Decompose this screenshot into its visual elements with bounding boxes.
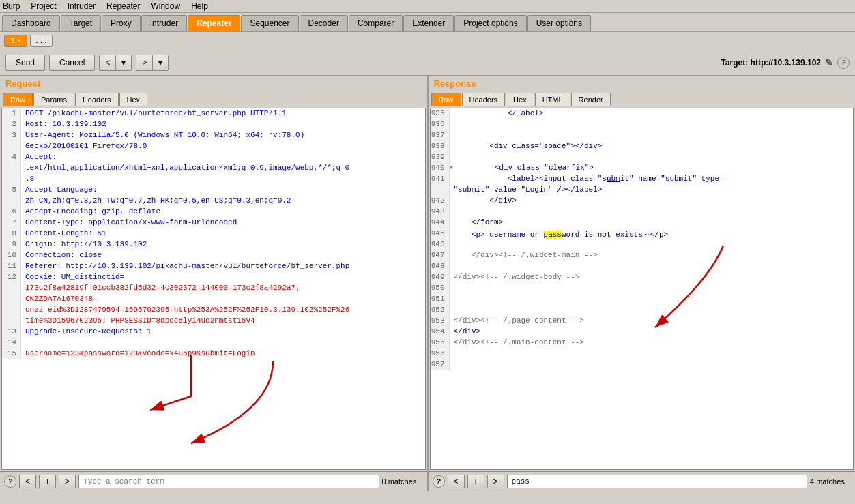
request-sub-tabs: Raw Params Headers Hex [0,91,427,106]
table-row: 13Upgrade-Insecure-Requests: 1 [2,327,425,338]
table-row: 3User-Agent: Mozilla/5.0 (Windows NT 10.… [2,130,425,141]
table-row: 4Accept: [2,152,425,163]
help-target-icon[interactable]: ? [837,57,850,69]
nav-fwd-dropdown[interactable]: ▾ [153,55,168,70]
main-content: Request Raw Params Headers Hex 1POST /pi… [0,76,855,491]
repeater-tab-bar: 3 × ... [0,32,855,50]
table-row: 944 </form> [431,218,854,228]
tab-comparer[interactable]: Comparer [349,15,403,31]
table-row: 173c2f8a42819f-01ccb382fd5d32-4c302372-1… [2,283,425,294]
response-tab-html[interactable]: HTML [535,93,570,106]
request-search-options[interactable]: > [59,475,76,488]
nav-back-button[interactable]: < [100,55,116,70]
response-search-options[interactable]: > [487,475,504,488]
table-row: 946 [431,239,854,250]
menu-help[interactable]: Help [191,1,208,11]
table-row: Gecko/20100101 Firefox/78.0 [2,141,425,152]
cancel-button[interactable]: Cancel [49,55,95,71]
response-matches-label: 4 matches [810,477,851,486]
repeater-tab-3-label: 3 [10,37,15,45]
menu-repeater[interactable]: Repeater [106,1,140,11]
response-panel: Response Raw Headers Hex HTML Render 935… [429,76,856,491]
tab-proxy[interactable]: Proxy [102,15,141,31]
target-info: Target: http://10.3.139.102 ✎ ? [721,57,850,69]
response-tab-headers[interactable]: Headers [462,93,506,106]
table-row: text/html,application/xhtml+xml,applicat… [2,163,425,174]
request-code-area[interactable]: 1POST /pikachu-master/vul/burteforce/bf_… [1,108,426,470]
request-tab-raw[interactable]: Raw [3,93,33,106]
table-row: 935 </label> [431,108,854,119]
response-search-bar: ? < + > 4 matches [429,471,856,491]
table-row: 8Content-Length: 51 [2,228,425,239]
request-tab-headers[interactable]: Headers [75,93,119,106]
table-row: 943 [431,207,854,218]
target-label: Target: http://10.3.139.102 [721,58,822,68]
nav-fwd-button[interactable]: > [136,55,153,70]
repeater-tab-3-close[interactable]: × [17,38,21,45]
table-row: "submit" value="Login" /></label> [431,185,854,196]
request-panel: Request Raw Params Headers Hex 1POST /pi… [0,76,429,491]
request-tab-params[interactable]: Params [33,93,74,106]
table-row: 954</div> [431,327,854,338]
tab-project-options[interactable]: Project options [454,15,526,31]
tab-dashboard[interactable]: Dashboard [2,15,60,31]
table-row: 937 [431,130,854,141]
table-row: 936 [431,119,854,130]
tab-extender[interactable]: Extender [403,15,454,31]
tab-intruder[interactable]: Intruder [141,15,187,31]
table-row: 950 [431,283,854,294]
table-row: 2Host: 10.3.139.102 [2,119,425,130]
table-row: CNZZDATA1670348= [2,294,425,305]
table-row: 939 [431,152,854,163]
request-search-bar: ? < + > 0 matches [0,471,427,491]
edit-target-icon[interactable]: ✎ [825,57,833,68]
menu-window[interactable]: Window [151,1,180,11]
toolbar: Send Cancel < ▾ > ▾ Target: http://10.3.… [0,50,855,76]
response-search-prev[interactable]: < [448,475,465,488]
request-title: Request [0,76,427,91]
table-row: 5Accept-Language: [2,185,425,196]
tab-target[interactable]: Target [61,15,101,31]
table-row: 940 ■ <div class="clearfix"> [431,163,854,174]
response-search-input[interactable] [507,475,807,488]
table-row: 955</div><!-- /.main-content --> [431,338,854,349]
table-row: 949</div><!-- /.widget-body --> [431,272,854,283]
tab-repeater[interactable]: Repeater [188,15,240,31]
table-row: 957 [431,359,854,370]
table-row: 15username=123&password=123&vcode=x4u5p9… [2,349,425,359]
table-row: 14 [2,338,425,349]
table-row: 941 <label><input class="submit" name="s… [431,174,854,185]
response-tab-render[interactable]: Render [571,93,611,106]
nav-back-dropdown[interactable]: ▾ [116,55,131,70]
repeater-tab-more[interactable]: ... [30,35,53,47]
repeater-tab-3[interactable]: 3 × [4,35,27,47]
response-code-area[interactable]: 935 </label> 936 937 938 <div class="spa… [430,108,854,470]
menu-burp[interactable]: Burp [3,1,20,11]
tab-sequencer[interactable]: Sequencer [241,15,298,31]
send-button[interactable]: Send [5,55,45,71]
table-row: 942 </div> [431,196,854,207]
request-tab-hex[interactable]: Hex [119,93,148,106]
request-search-next[interactable]: + [39,475,56,488]
tab-decoder[interactable]: Decoder [300,15,348,31]
menu-project[interactable]: Project [31,1,56,11]
table-row: 956 [431,349,854,359]
menu-intruder[interactable]: Intruder [68,1,96,11]
request-matches-label: 0 matches [382,477,423,486]
table-row: 11Referer: http://10.3.139.102/pikachu-m… [2,261,425,272]
main-tab-bar: Dashboard Target Proxy Intruder Repeater… [0,13,855,32]
table-row: 7Content-Type: application/x-www-form-ur… [2,218,425,228]
response-tab-raw[interactable]: Raw [431,93,461,106]
response-search-help[interactable]: ? [433,475,445,488]
request-search-help[interactable]: ? [4,475,16,488]
table-row: 938 <div class="space"></div> [431,141,854,152]
collapse-icon[interactable]: ■ [450,163,454,174]
request-search-input[interactable] [78,475,379,488]
nav-fwd-group: > ▾ [136,55,169,71]
table-row: .8 [2,174,425,185]
request-search-prev[interactable]: < [19,475,36,488]
table-row: 12Cookie: UM_distinctid= [2,272,425,283]
response-tab-hex[interactable]: Hex [506,93,534,106]
response-search-next[interactable]: + [467,475,484,488]
tab-user-options[interactable]: User options [527,15,591,31]
